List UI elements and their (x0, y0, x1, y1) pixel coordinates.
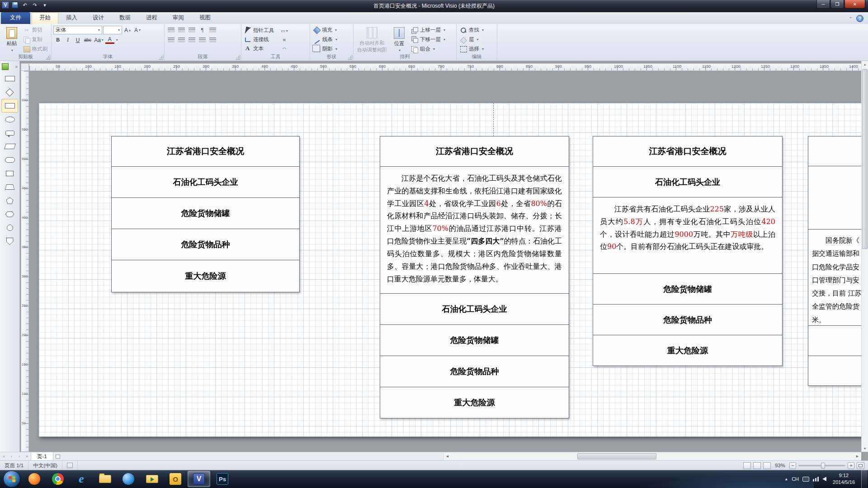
flow-box-4-cell-5[interactable] (808, 356, 861, 386)
change-case-button[interactable]: Aa▾ (93, 36, 104, 44)
taskbar-item-ie[interactable]: e (70, 471, 93, 487)
flow-box-3-cell-6[interactable]: 重大危险源 (593, 335, 783, 366)
bold-button[interactable]: B (53, 36, 62, 44)
taskbar-item-visio[interactable]: V (188, 471, 210, 487)
strikethrough-button[interactable]: abc (83, 36, 92, 44)
flow-box-2-cell-5[interactable]: 危险货物品种 (380, 356, 569, 387)
clipboard-dialog-launcher-icon[interactable] (46, 55, 50, 60)
font-dialog-launcher-icon[interactable] (159, 55, 163, 60)
connector-tool-button[interactable]: 连接线 (243, 35, 275, 44)
taskbar-item-outlook[interactable]: O (164, 471, 187, 487)
volume-icon[interactable] (822, 477, 826, 481)
scroll-down-icon[interactable]: ▼ (862, 445, 868, 452)
scroll-right-icon[interactable]: ▶ (854, 452, 861, 460)
vertical-scrollbar[interactable]: ▲ ▼ (861, 61, 868, 452)
tab-insert[interactable]: 插入 (58, 12, 85, 24)
taskbar-item-firefox[interactable] (23, 471, 46, 487)
drawing-canvas[interactable]: 江苏省港口安全概况石油化工码头企业危险货物储罐危险货物品种重大危险源江苏省港口安… (29, 71, 861, 452)
text-tool-button[interactable]: A文本 (243, 44, 275, 53)
tab-process[interactable]: 进程 (138, 12, 165, 24)
vertical-scroll-thumb[interactable] (862, 69, 868, 249)
freeform-tool-button[interactable]: ◠ (278, 45, 291, 53)
scroll-left-icon[interactable]: ◀ (443, 452, 451, 460)
fill-button[interactable]: 填充▾ (312, 26, 351, 34)
flow-box-2-cell-3[interactable]: 石油化工码头企业 (380, 293, 569, 325)
zoom-level[interactable]: 93% (773, 463, 787, 468)
scroll-up-icon[interactable]: ▲ (862, 61, 868, 68)
horizontal-scroll-thumb[interactable] (577, 453, 657, 460)
align-center-button[interactable] (177, 36, 186, 44)
taskbar-item-folder[interactable] (94, 471, 116, 487)
zoom-slider[interactable] (798, 465, 845, 466)
status-language[interactable]: 中文(中国) (28, 461, 62, 470)
rectangle-tool-button[interactable]: ▭▾ (278, 27, 291, 35)
shape-master-pentagon[interactable] (0, 194, 19, 207)
select-button[interactable]: 选择▾ (458, 45, 495, 53)
vertical-ruler[interactable]: 60055050045040035030025020015010050 (21, 71, 29, 452)
line-button[interactable]: 线条▾ (312, 35, 351, 44)
close-button[interactable]: ✕ (844, 0, 865, 9)
status-macro[interactable] (62, 461, 78, 470)
view-normal-button[interactable] (743, 462, 751, 469)
flow-box-4[interactable]: 国务院新《据交通运输部和口危险化学品安口管理部门与安交接，目前 江苏全监管的危险… (808, 136, 861, 386)
paste-button[interactable]: 粘贴 ▾ (2, 26, 22, 53)
shape-master-rounded-rectangle[interactable] (0, 153, 19, 167)
taskbar-item-browser[interactable] (117, 471, 140, 487)
tab-file[interactable]: 文件 (1, 12, 30, 24)
zoom-in-button[interactable]: + (848, 462, 854, 469)
text-direction-button[interactable] (208, 36, 217, 44)
tab-review[interactable]: 审阅 (165, 12, 192, 24)
shape-master-callout[interactable] (0, 126, 19, 140)
format-painter-button[interactable]: 格式刷 (22, 45, 50, 53)
connection-point-button[interactable]: ✕ (278, 36, 291, 44)
insert-page-button[interactable] (53, 452, 62, 460)
position-button[interactable]: 位置▾ (389, 26, 410, 53)
flow-box-2-cell-6[interactable]: 重大危险源 (380, 387, 569, 418)
grow-font-button[interactable]: A▴ (123, 26, 132, 34)
font-name-select[interactable]: 宋体▾ (53, 26, 102, 34)
undo-button[interactable]: ↶ (21, 1, 29, 9)
flow-box-3-cell-4[interactable]: 危险货物储罐 (593, 273, 783, 305)
drawing-page[interactable]: 江苏省港口安全概况石油化工码头企业危险货物储罐危险货物品种重大危险源江苏省港口安… (38, 103, 861, 437)
visio-app-icon[interactable]: V (2, 1, 9, 9)
next-page-button[interactable]: › (15, 452, 23, 460)
shape-master-rectangle-2[interactable] (0, 167, 19, 180)
flow-box-1-cell-3[interactable]: 危险货物储罐 (111, 197, 300, 229)
flow-box-2-cell-1[interactable]: 江苏省港口安全概况 (380, 136, 569, 167)
decrease-indent-button[interactable] (177, 26, 186, 34)
show-desktop-button[interactable] (861, 470, 867, 488)
taskbar-item-chrome[interactable] (47, 471, 69, 487)
shape-master-shield[interactable] (0, 235, 19, 248)
bring-forward-button[interactable]: 上移一层▾ (410, 26, 447, 34)
page-tab-1[interactable]: 页-1 (31, 452, 53, 460)
shape-master-ellipse[interactable] (0, 113, 19, 126)
flow-box-4-cell-2[interactable] (808, 166, 861, 230)
shape-dialog-launcher-icon[interactable] (348, 55, 352, 60)
flow-box-3-cell-1[interactable]: 江苏省港口安全概况 (593, 136, 783, 167)
view-pan-zoom-button[interactable] (763, 462, 771, 469)
flow-box-2[interactable]: 江苏省港口安全概况江苏是个石化大省，石油化工码头及其仓储式石化产业的基础支撑和生… (380, 136, 569, 418)
shape-master-parallelogram[interactable] (0, 140, 19, 153)
minimize-ribbon-icon[interactable]: ⌃ (849, 16, 853, 21)
flow-box-3[interactable]: 江苏省港口安全概况石油化工码头企业江苏省共有石油化工码头企业225家，涉及从业人… (593, 136, 783, 366)
status-page-indicator[interactable]: 页面 1/1 (0, 461, 28, 470)
taskbar-item-media-folder[interactable] (141, 471, 163, 487)
flow-box-1-cell-5[interactable]: 重大危险源 (111, 260, 300, 292)
taskbar-clock[interactable]: 9:12 2014/5/16 (830, 472, 858, 486)
fit-page-button[interactable] (857, 462, 864, 469)
start-button[interactable] (3, 470, 20, 488)
flow-box-4-cell-4[interactable] (808, 325, 861, 356)
input-language-indicator[interactable]: CH (792, 476, 799, 482)
flow-box-4-cell-1[interactable] (808, 136, 861, 166)
help-icon[interactable]: ? (856, 15, 863, 22)
flow-box-4-cell-3[interactable]: 国务院新《据交通运输部和口危险化学品安口管理部门与安交接，目前 江苏全监管的危险… (808, 229, 861, 326)
group-button[interactable]: 组合▾ (410, 45, 447, 53)
redo-button[interactable]: ↷ (31, 1, 39, 9)
bullets-button[interactable] (166, 26, 176, 34)
layers-button[interactable]: 层▾ (458, 35, 495, 44)
network-icon[interactable] (813, 477, 819, 482)
horizontal-scrollbar[interactable]: ◀ ▶ (443, 452, 861, 460)
expand-shapes-panel-icon[interactable]: » (15, 64, 18, 69)
first-page-button[interactable]: « (0, 452, 8, 460)
zoom-slider-thumb[interactable] (821, 463, 825, 469)
